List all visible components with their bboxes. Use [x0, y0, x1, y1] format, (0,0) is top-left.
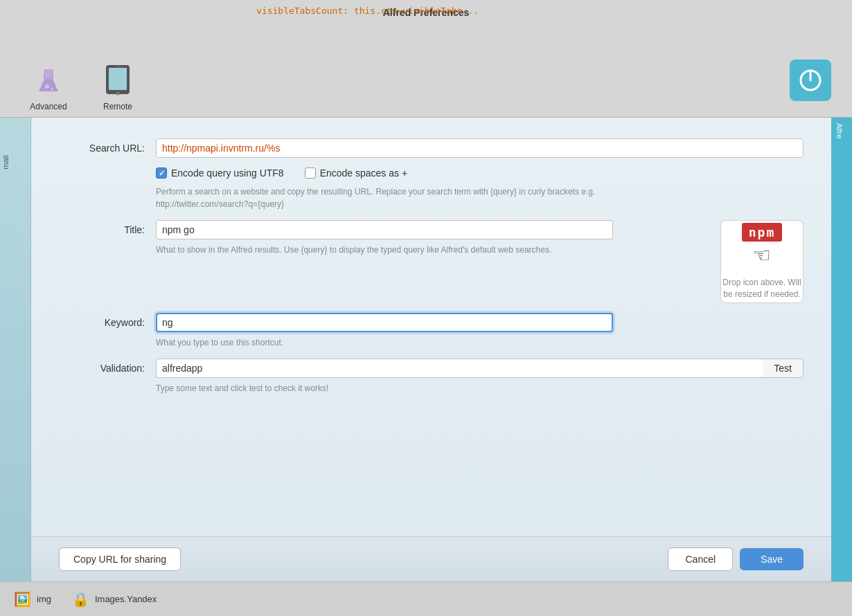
nav-advanced-label: Advanced [30, 102, 66, 111]
encode-utf8-label: Encode query using UTF8 [171, 167, 284, 179]
svg-point-9 [116, 92, 120, 96]
svg-rect-2 [44, 69, 53, 74]
keyword-row: Keyword: What you type to use this short… [59, 313, 804, 349]
svg-marker-1 [44, 73, 53, 79]
svg-point-4 [51, 88, 53, 91]
encode-utf8-item[interactable]: Encode query using UTF8 [156, 167, 284, 179]
validation-row: Validation: Test Type some text and clic… [59, 359, 804, 395]
icon-drop-area[interactable]: npm ☞ Drop icon above. Will be resized i… [720, 220, 804, 303]
flask-icon-container [31, 63, 66, 98]
checkboxes-row: Encode query using UTF8 Encode spaces as… [59, 167, 804, 210]
title-label: Title: [59, 220, 156, 235]
checkbox-row: Encode query using UTF8 Encode spaces as… [156, 167, 804, 179]
title-input-area: What to show in the Alfred results. Use … [156, 220, 707, 256]
title-row: Title: What to show in the Alfred result… [59, 220, 804, 303]
svg-point-3 [45, 84, 49, 89]
copy-url-button[interactable]: Copy URL for sharing [59, 547, 181, 571]
taskbar-yandex-label: Images.Yandex [95, 594, 157, 604]
svg-rect-8 [109, 68, 127, 90]
taskbar: 🖼️ img 🔒 Images.Yandex [0, 581, 852, 616]
title-content: What to show in the Alfred results. Use … [156, 220, 804, 303]
ipad-icon [103, 64, 132, 97]
search-url-label: Search URL: [59, 138, 156, 154]
yandex-lock-icon: 🔒 [72, 591, 89, 608]
bottom-actions: Copy URL for sharing Cancel Save [31, 536, 831, 581]
svg-rect-10 [116, 66, 119, 68]
search-url-row: Search URL: [59, 138, 804, 158]
modal-content: Search URL: Encode query using UTF8 Enco… [31, 118, 831, 581]
validation-label: Validation: [59, 359, 156, 374]
right-strip-text: Alfre [831, 118, 848, 145]
encode-utf8-checkbox[interactable] [156, 167, 167, 179]
validation-content: Test Type some text and click test to ch… [156, 359, 804, 395]
title-input[interactable] [156, 220, 613, 239]
nav-item-remote[interactable]: Remote [83, 57, 152, 117]
encode-spaces-item[interactable]: Encode spaces as + [305, 167, 407, 179]
nav-item-advanced[interactable]: Advanced [14, 57, 83, 117]
keyword-label: Keyword: [59, 313, 156, 328]
validation-help: Type some text and click test to check i… [156, 382, 627, 395]
encode-spaces-label: Encode spaces as + [320, 167, 407, 179]
keyword-content: What you type to use this shortcut. [156, 313, 804, 349]
sidebar-text: mati [0, 152, 11, 172]
npm-hand-icon: ☞ [752, 243, 771, 267]
validation-input-row: Test [156, 359, 804, 378]
encode-spaces-checkbox[interactable] [305, 167, 316, 179]
right-strip: Alfre [831, 118, 852, 588]
top-bar-code: visibleTabsCount: this.ctx.visibleTabs..… [256, 0, 852, 21]
search-url-help: Perform a search on a website and copy t… [156, 185, 627, 210]
nav-icons: Advanced Remote [0, 57, 852, 117]
cancel-button[interactable]: Cancel [668, 547, 733, 571]
img-icon: 🖼️ [14, 591, 31, 608]
ipad-icon-container [100, 63, 135, 98]
save-button[interactable]: Save [740, 548, 804, 570]
flask-icon [33, 64, 64, 97]
top-bar: Alfred Preferences visibleTabsCount: thi… [0, 0, 852, 118]
power-icon-box [790, 60, 831, 101]
npm-logo-badge: npm [742, 223, 783, 242]
taskbar-item-img[interactable]: 🖼️ img [14, 591, 51, 608]
search-url-content [156, 138, 804, 158]
keyword-input[interactable] [156, 313, 613, 332]
checkboxes-content: Encode query using UTF8 Encode spaces as… [156, 167, 804, 210]
test-button[interactable]: Test [763, 359, 804, 378]
taskbar-item-yandex[interactable]: 🔒 Images.Yandex [72, 591, 157, 608]
nav-remote-label: Remote [103, 102, 132, 111]
keyword-help: What you type to use this shortcut. [156, 336, 627, 349]
icon-drop-text: Drop icon above. Will be resized if need… [721, 277, 803, 300]
title-help: What to show in the Alfred results. Use … [156, 244, 613, 256]
sidebar-strip: mati [0, 118, 31, 588]
npm-icon-display: npm ☞ [742, 223, 783, 267]
power-icon [798, 68, 823, 93]
taskbar-img-label: img [37, 594, 51, 604]
checkboxes-spacer [59, 167, 156, 172]
validation-input[interactable] [156, 359, 763, 378]
search-url-input[interactable] [156, 138, 804, 158]
